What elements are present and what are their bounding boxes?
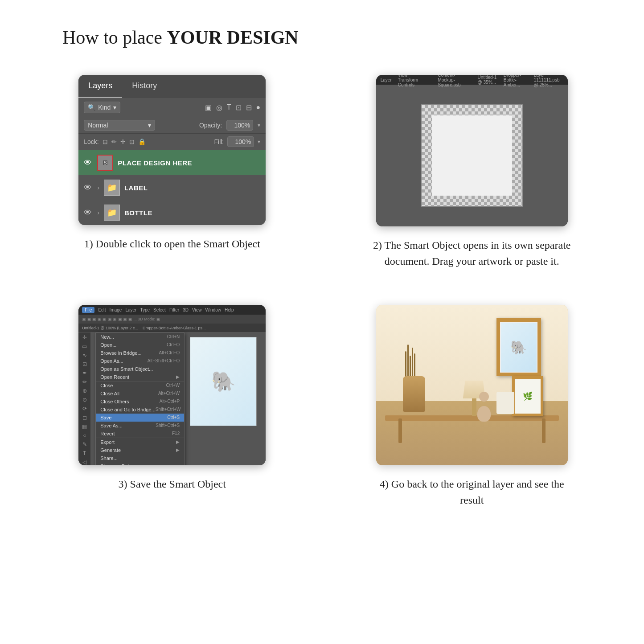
- file-menu-item[interactable]: File: [82, 307, 94, 313]
- menu-revert[interactable]: RevertF12: [96, 430, 184, 438]
- filter-smart-icon[interactable]: ⊟: [246, 103, 252, 112]
- menu-open[interactable]: Open...Ctrl+O: [96, 341, 184, 349]
- type-menu-item[interactable]: Type: [140, 308, 150, 312]
- tool-dodge[interactable]: ○: [83, 432, 86, 439]
- layer-menu-item[interactable]: Layer: [125, 308, 136, 312]
- expand-icon[interactable]: ›: [97, 184, 99, 191]
- teddy-head: [479, 392, 489, 402]
- edit-menu-item[interactable]: Edit: [98, 308, 106, 312]
- teddy-body: [477, 406, 491, 422]
- tool-heal[interactable]: ⊕: [82, 388, 87, 394]
- tool-select[interactable]: ▭: [82, 343, 87, 349]
- chevron-down-icon: ▾: [113, 104, 116, 111]
- tool-crop[interactable]: ⊡: [82, 361, 87, 367]
- window-menu-item[interactable]: Window: [205, 308, 221, 312]
- teddy-bear: [476, 392, 492, 414]
- tool-pen[interactable]: ✎: [82, 441, 87, 447]
- menu-save-as[interactable]: Save As...Shift+Ctrl+S: [96, 422, 184, 430]
- lock-move-icon[interactable]: ✛: [120, 138, 126, 145]
- visibility-icon[interactable]: 👁: [84, 158, 93, 168]
- filter-type-icon[interactable]: T: [227, 103, 231, 112]
- layer-row-design[interactable]: 👁 S PLACE DESIGN HERE: [78, 150, 266, 175]
- ps-doc-tab3: Layer 1111111.psb @ 25%...: [534, 75, 563, 87]
- stalk-5: [414, 353, 415, 378]
- room-scene: 🐘 🌿: [376, 305, 568, 465]
- menu-browse[interactable]: Browse in Bridge...Alt+Ctrl+O: [96, 349, 184, 357]
- tool-eraser[interactable]: ◻: [82, 414, 87, 421]
- menu-close-all[interactable]: Close AllAlt+Ctrl+W: [96, 390, 184, 398]
- menu-close[interactable]: CloseCtrl+W: [96, 381, 184, 390]
- step-3-cell: File Edit Image Layer Type Select Filter…: [36, 305, 309, 508]
- tool-lasso[interactable]: ∿: [82, 352, 87, 358]
- opacity-input[interactable]: 100%: [226, 120, 253, 131]
- svg-text:S: S: [104, 160, 107, 165]
- filter-shape-icon[interactable]: ⊡: [236, 103, 242, 112]
- stalk-3: [410, 356, 411, 378]
- artwork-emoji: 🐘: [190, 337, 256, 426]
- stalk-2: [407, 345, 409, 378]
- layer-row-label[interactable]: 👁 › 📁 LABEL: [78, 175, 266, 200]
- layer-row-bottle[interactable]: 👁 › 📁 BOTTLE: [78, 200, 266, 225]
- menu-view-item: View Transform Controls: [398, 75, 423, 87]
- filter-toggle-icon[interactable]: ●: [256, 103, 261, 112]
- photoshop-file-menu: File Edit Image Layer Type Select Filter…: [78, 305, 266, 465]
- tool-path[interactable]: ◁: [82, 459, 86, 465]
- menu-close-others[interactable]: Close OthersAlt+Ctrl+P: [96, 398, 184, 406]
- ps-tools: ✛ ▭ ∿ ⊡ ✒ ✏ ⊕ ⊙ ⟳ ◻ ▦ ○ ✎ T ◁ ▣ ✋: [78, 332, 91, 465]
- tool-dropper[interactable]: ✒: [82, 370, 87, 376]
- ps-doc-tab2: Dropper-Bottle-Amber...: [504, 75, 528, 87]
- 3d-menu-item[interactable]: 3D: [183, 308, 189, 312]
- tool-move[interactable]: ✛: [82, 334, 87, 340]
- lock-pixels-icon[interactable]: ⊟: [103, 138, 108, 145]
- menu-share[interactable]: Share...: [96, 454, 184, 462]
- menu-export[interactable]: Export▶: [96, 438, 184, 446]
- lock-position-icon[interactable]: ✏: [111, 138, 117, 145]
- art-content-small: 🌿: [515, 379, 541, 414]
- expand-icon[interactable]: ›: [97, 209, 99, 216]
- kind-select[interactable]: 🔍 Kind ▾: [84, 102, 120, 113]
- menu-recent[interactable]: Open Recent▶: [96, 373, 184, 381]
- menu-new[interactable]: New...Ctrl+N: [96, 333, 184, 341]
- filter-adjust-icon[interactable]: ◎: [216, 103, 222, 112]
- blend-mode-select[interactable]: Normal ▾: [84, 120, 155, 131]
- tool-gradient[interactable]: ▦: [82, 423, 87, 430]
- doc-tab-dropper[interactable]: Dropper-Bottle-Amber-Glass-1 ps...: [143, 326, 206, 330]
- menu-save[interactable]: SaveCtrl+S: [96, 414, 184, 422]
- fill-label: Fill:: [214, 138, 224, 145]
- lock-label: Lock:: [84, 138, 98, 145]
- visibility-icon[interactable]: 👁: [84, 208, 93, 217]
- ps-menubar: Layer View Transform Controls Content-Mo…: [376, 75, 568, 85]
- menu-smart[interactable]: Open as Smart Object...: [96, 365, 184, 373]
- tool-clone[interactable]: ⊙: [82, 397, 87, 403]
- tool-brush[interactable]: ✏: [82, 379, 87, 385]
- menu-close-bridge[interactable]: Close and Go to Bridge...Shift+Ctrl+W: [96, 406, 184, 414]
- framed-art-large: 🐘: [496, 318, 541, 376]
- doc-tab-untitled[interactable]: Untitled-1 @ 100% (Layer 2 c...: [82, 326, 138, 330]
- canvas-area: [376, 85, 568, 226]
- tab-layers[interactable]: Layers: [78, 75, 122, 98]
- step1-caption: 1) Double click to open the Smart Object: [84, 236, 260, 252]
- select-menu-item[interactable]: Select: [153, 308, 166, 312]
- lock-row: Lock: ⊟ ✏ ✛ ⊡ 🔒 Fill: 100% ▾: [78, 134, 266, 150]
- view-menu-item[interactable]: View: [192, 308, 202, 312]
- image-menu-item[interactable]: Image: [110, 308, 122, 312]
- tool-type[interactable]: T: [83, 450, 86, 456]
- step3-caption: 3) Save the Smart Object: [119, 476, 226, 492]
- layers-tabs: Layers History: [78, 75, 266, 98]
- menu-generate[interactable]: Generate▶: [96, 446, 184, 454]
- menu-open-as[interactable]: Open As...Alt+Shift+Ctrl+O: [96, 357, 184, 365]
- table-leg-left: [398, 418, 402, 443]
- tab-history[interactable]: History: [122, 75, 167, 98]
- step2-caption: 2) The Smart Object opens in its own sep…: [372, 237, 572, 269]
- menu-behance[interactable]: Share on Behance...: [96, 462, 184, 465]
- filter-pixel-icon[interactable]: ▣: [205, 103, 212, 112]
- lock-all-icon[interactable]: ⊡: [129, 138, 135, 145]
- tool-history[interactable]: ⟳: [82, 406, 87, 412]
- help-menu-item[interactable]: Help: [225, 308, 234, 312]
- visibility-icon[interactable]: 👁: [84, 183, 93, 193]
- fill-input[interactable]: 100%: [227, 136, 254, 147]
- filter-menu-item[interactable]: Filter: [169, 308, 179, 312]
- decorative-vase: [403, 367, 425, 412]
- lock-lock-icon[interactable]: 🔒: [138, 138, 146, 145]
- ps-toolbar: ▣ ▣ ▣ ▣ ▣ ▣ ▣ ▣ ▣ ▣ ... 3D Mode: ▣: [78, 315, 266, 324]
